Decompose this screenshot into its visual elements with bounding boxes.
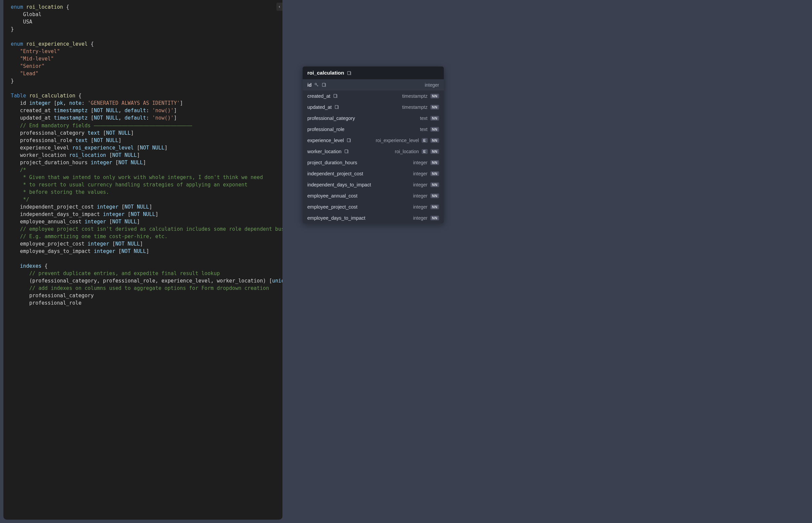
table-column-row[interactable]: employee_project_costintegerNN — [303, 201, 444, 212]
code-editor-content[interactable]: enum roi_location { Global USA } enum ro… — [3, 0, 282, 310]
table-column-row[interactable]: experience_levelroi_experience_levelENN — [303, 135, 444, 146]
code-token: roi_location — [26, 4, 63, 10]
note-icon — [322, 83, 327, 87]
code-token — [11, 241, 20, 247]
code-token: text — [75, 138, 88, 143]
table-header[interactable]: roi_calculation — [303, 67, 444, 79]
column-name-cell: project_duration_hours — [307, 160, 357, 165]
code-token: "Entry-level" — [20, 48, 60, 54]
code-token: professional_category — [20, 130, 87, 136]
table-column-row[interactable]: employee_days_to_impactintegerNN — [303, 212, 444, 223]
code-token: [ — [128, 211, 131, 217]
code-token: ] — [180, 100, 183, 106]
column-name-cell: employee_days_to_impact — [307, 215, 365, 221]
column-name: updated_at — [307, 105, 332, 110]
column-type-cell: textNN — [420, 115, 439, 121]
code-token: id — [20, 100, 29, 106]
table-column-row[interactable]: created_attimestamptzNN — [303, 90, 444, 102]
code-token: employee_annual_cost — [20, 219, 84, 225]
code-token: "Lead" — [20, 71, 38, 77]
code-token: , — [118, 115, 124, 121]
table-card-roi-calculation[interactable]: roi_calculation idintegercreated_attimes… — [303, 67, 444, 223]
code-token: worker_location — [20, 152, 69, 158]
column-name-cell: updated_at — [307, 105, 339, 110]
code-token — [88, 138, 91, 143]
column-type: timestamptz — [402, 105, 427, 110]
code-token: NOT NULL — [115, 241, 140, 247]
code-token: ] — [143, 160, 146, 166]
table-column-row[interactable]: project_duration_hoursintegerNN — [303, 157, 444, 168]
code-token — [23, 4, 26, 10]
code-token: NOT NULL — [124, 204, 149, 210]
column-type: timestamptz — [402, 93, 427, 99]
code-token: { — [45, 263, 48, 269]
table-column-row[interactable]: updated_attimestamptzNN — [303, 102, 444, 112]
code-token: : — [146, 115, 152, 121]
code-token: [ — [109, 152, 112, 158]
column-type-cell: integerNN — [413, 193, 439, 199]
column-type: integer — [413, 215, 428, 221]
key-icon — [314, 83, 319, 87]
not-null-badge: NN — [430, 182, 439, 187]
table-column-row[interactable]: employee_annual_costintegerNN — [303, 190, 444, 201]
code-token: ] — [155, 211, 158, 217]
code-token — [11, 285, 29, 291]
code-token — [88, 108, 91, 113]
code-block[interactable]: enum roi_location { Global USA } enum ro… — [11, 3, 282, 307]
code-token: , — [97, 278, 103, 284]
code-token: NOT NULL — [131, 211, 155, 217]
code-token: unique — [272, 278, 282, 284]
code-token — [11, 71, 20, 77]
column-name: id — [307, 82, 312, 88]
not-null-badge: NN — [430, 105, 439, 109]
code-token: 'GENERATED ALWAYS AS IDENTITY' — [88, 100, 180, 106]
table-column-row[interactable]: worker_locationroi_locationENN — [303, 146, 444, 157]
code-token: integer — [91, 160, 112, 166]
code-token: pk — [57, 100, 63, 106]
table-column-row[interactable]: professional_roletextNN — [303, 124, 444, 135]
code-token: */ — [23, 197, 29, 202]
panel-collapse-button[interactable]: ‹ — [276, 3, 282, 11]
code-token — [26, 93, 29, 99]
column-name-cell: independent_days_to_impact — [307, 182, 371, 187]
not-null-badge: NN — [430, 138, 439, 143]
column-name: experience_level — [307, 138, 344, 143]
column-type-cell: integerNN — [413, 171, 439, 176]
code-token: professional_category — [32, 278, 97, 284]
code-token: [ — [103, 130, 106, 136]
column-type-cell: textNN — [420, 127, 439, 132]
column-type: integer — [413, 171, 428, 176]
code-token: NOT NULL — [106, 130, 131, 136]
table-column-row[interactable]: independent_project_costintegerNN — [303, 168, 444, 179]
table-column-row[interactable]: professional_categorytextNN — [303, 112, 444, 124]
column-name-cell: employee_annual_cost — [307, 193, 358, 199]
code-token: { — [78, 93, 81, 99]
code-token — [11, 300, 29, 306]
code-token: professional_role — [29, 300, 81, 306]
svg-rect-5 — [347, 139, 350, 142]
code-token — [134, 145, 137, 151]
column-type-cell: integer — [425, 82, 439, 88]
svg-rect-3 — [334, 94, 336, 98]
table-column-row[interactable]: independent_days_to_impactintegerNN — [303, 179, 444, 190]
code-token — [106, 219, 109, 225]
column-name: project_duration_hours — [307, 160, 357, 165]
svg-rect-0 — [348, 71, 350, 75]
code-token — [115, 248, 118, 254]
table-column-row[interactable]: idinteger — [303, 79, 444, 90]
code-token: Table — [11, 93, 26, 99]
column-type-cell: roi_locationENN — [395, 149, 439, 154]
diagram-canvas[interactable]: roi_calculation idintegercreated_attimes… — [282, 0, 812, 523]
code-token — [88, 41, 91, 47]
code-token — [11, 270, 29, 276]
code-token — [11, 263, 20, 269]
code-token: ] — [165, 145, 168, 151]
code-editor-panel[interactable]: ‹ enum roi_location { Global USA } enum … — [3, 0, 282, 520]
code-token: employee_project_cost — [20, 241, 87, 247]
code-token — [11, 19, 23, 25]
code-token: [ — [109, 219, 112, 225]
code-token — [11, 100, 20, 106]
code-token: NOT NULL — [140, 145, 165, 151]
code-token: roi_experience_level — [72, 145, 134, 151]
code-token: NOT NULL — [94, 115, 118, 121]
